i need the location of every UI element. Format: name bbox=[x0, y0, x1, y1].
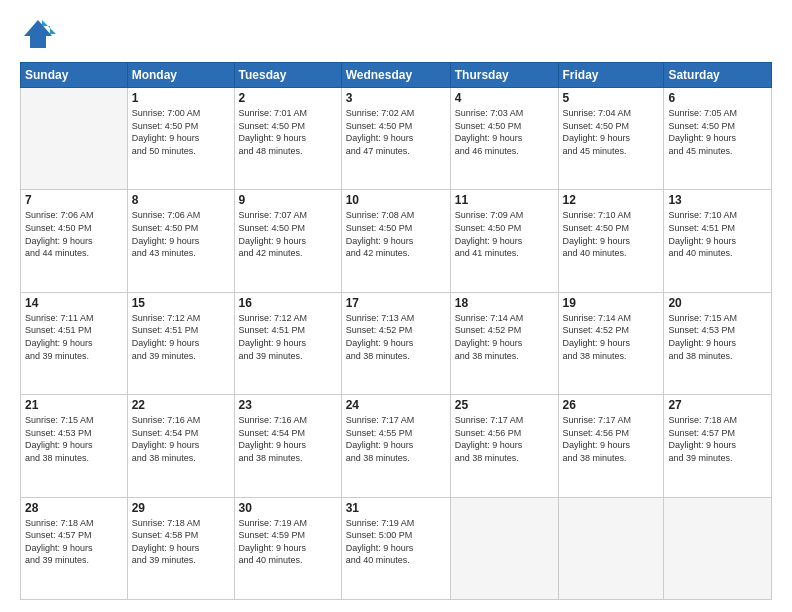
calendar-cell: 5Sunrise: 7:04 AM Sunset: 4:50 PM Daylig… bbox=[558, 88, 664, 190]
calendar-cell: 22Sunrise: 7:16 AM Sunset: 4:54 PM Dayli… bbox=[127, 395, 234, 497]
day-number: 27 bbox=[668, 398, 767, 412]
calendar-cell bbox=[664, 497, 772, 599]
calendar-cell: 10Sunrise: 7:08 AM Sunset: 4:50 PM Dayli… bbox=[341, 190, 450, 292]
day-info: Sunrise: 7:04 AM Sunset: 4:50 PM Dayligh… bbox=[563, 107, 660, 157]
day-number: 10 bbox=[346, 193, 446, 207]
day-number: 16 bbox=[239, 296, 337, 310]
calendar-cell: 27Sunrise: 7:18 AM Sunset: 4:57 PM Dayli… bbox=[664, 395, 772, 497]
day-number: 18 bbox=[455, 296, 554, 310]
weekday-header-row: SundayMondayTuesdayWednesdayThursdayFrid… bbox=[21, 63, 772, 88]
day-info: Sunrise: 7:18 AM Sunset: 4:57 PM Dayligh… bbox=[668, 414, 767, 464]
day-info: Sunrise: 7:02 AM Sunset: 4:50 PM Dayligh… bbox=[346, 107, 446, 157]
day-info: Sunrise: 7:18 AM Sunset: 4:58 PM Dayligh… bbox=[132, 517, 230, 567]
day-info: Sunrise: 7:03 AM Sunset: 4:50 PM Dayligh… bbox=[455, 107, 554, 157]
calendar-cell: 14Sunrise: 7:11 AM Sunset: 4:51 PM Dayli… bbox=[21, 292, 128, 394]
calendar-cell: 28Sunrise: 7:18 AM Sunset: 4:57 PM Dayli… bbox=[21, 497, 128, 599]
day-info: Sunrise: 7:14 AM Sunset: 4:52 PM Dayligh… bbox=[455, 312, 554, 362]
logo-icon bbox=[20, 16, 56, 52]
calendar-cell: 13Sunrise: 7:10 AM Sunset: 4:51 PM Dayli… bbox=[664, 190, 772, 292]
day-number: 15 bbox=[132, 296, 230, 310]
week-row-0: 1Sunrise: 7:00 AM Sunset: 4:50 PM Daylig… bbox=[21, 88, 772, 190]
day-info: Sunrise: 7:16 AM Sunset: 4:54 PM Dayligh… bbox=[132, 414, 230, 464]
calendar-cell: 6Sunrise: 7:05 AM Sunset: 4:50 PM Daylig… bbox=[664, 88, 772, 190]
header bbox=[20, 16, 772, 52]
calendar-cell: 2Sunrise: 7:01 AM Sunset: 4:50 PM Daylig… bbox=[234, 88, 341, 190]
weekday-header-sunday: Sunday bbox=[21, 63, 128, 88]
calendar-cell: 18Sunrise: 7:14 AM Sunset: 4:52 PM Dayli… bbox=[450, 292, 558, 394]
day-number: 30 bbox=[239, 501, 337, 515]
day-info: Sunrise: 7:00 AM Sunset: 4:50 PM Dayligh… bbox=[132, 107, 230, 157]
day-number: 28 bbox=[25, 501, 123, 515]
day-number: 26 bbox=[563, 398, 660, 412]
day-number: 5 bbox=[563, 91, 660, 105]
day-info: Sunrise: 7:10 AM Sunset: 4:50 PM Dayligh… bbox=[563, 209, 660, 259]
day-info: Sunrise: 7:19 AM Sunset: 4:59 PM Dayligh… bbox=[239, 517, 337, 567]
calendar-cell: 17Sunrise: 7:13 AM Sunset: 4:52 PM Dayli… bbox=[341, 292, 450, 394]
calendar-cell: 11Sunrise: 7:09 AM Sunset: 4:50 PM Dayli… bbox=[450, 190, 558, 292]
calendar-cell: 16Sunrise: 7:12 AM Sunset: 4:51 PM Dayli… bbox=[234, 292, 341, 394]
calendar-cell: 23Sunrise: 7:16 AM Sunset: 4:54 PM Dayli… bbox=[234, 395, 341, 497]
calendar-cell: 12Sunrise: 7:10 AM Sunset: 4:50 PM Dayli… bbox=[558, 190, 664, 292]
day-info: Sunrise: 7:18 AM Sunset: 4:57 PM Dayligh… bbox=[25, 517, 123, 567]
day-number: 21 bbox=[25, 398, 123, 412]
day-number: 4 bbox=[455, 91, 554, 105]
calendar-cell: 7Sunrise: 7:06 AM Sunset: 4:50 PM Daylig… bbox=[21, 190, 128, 292]
day-info: Sunrise: 7:15 AM Sunset: 4:53 PM Dayligh… bbox=[25, 414, 123, 464]
day-number: 29 bbox=[132, 501, 230, 515]
calendar-cell: 26Sunrise: 7:17 AM Sunset: 4:56 PM Dayli… bbox=[558, 395, 664, 497]
day-info: Sunrise: 7:19 AM Sunset: 5:00 PM Dayligh… bbox=[346, 517, 446, 567]
day-info: Sunrise: 7:12 AM Sunset: 4:51 PM Dayligh… bbox=[239, 312, 337, 362]
day-number: 13 bbox=[668, 193, 767, 207]
weekday-header-wednesday: Wednesday bbox=[341, 63, 450, 88]
page: SundayMondayTuesdayWednesdayThursdayFrid… bbox=[0, 0, 792, 612]
day-number: 20 bbox=[668, 296, 767, 310]
calendar-table: SundayMondayTuesdayWednesdayThursdayFrid… bbox=[20, 62, 772, 600]
day-number: 17 bbox=[346, 296, 446, 310]
day-number: 9 bbox=[239, 193, 337, 207]
day-info: Sunrise: 7:09 AM Sunset: 4:50 PM Dayligh… bbox=[455, 209, 554, 259]
day-info: Sunrise: 7:01 AM Sunset: 4:50 PM Dayligh… bbox=[239, 107, 337, 157]
calendar-cell bbox=[450, 497, 558, 599]
svg-marker-0 bbox=[24, 20, 52, 48]
calendar-cell: 24Sunrise: 7:17 AM Sunset: 4:55 PM Dayli… bbox=[341, 395, 450, 497]
day-number: 6 bbox=[668, 91, 767, 105]
calendar-cell: 21Sunrise: 7:15 AM Sunset: 4:53 PM Dayli… bbox=[21, 395, 128, 497]
weekday-header-tuesday: Tuesday bbox=[234, 63, 341, 88]
day-info: Sunrise: 7:17 AM Sunset: 4:56 PM Dayligh… bbox=[563, 414, 660, 464]
day-info: Sunrise: 7:06 AM Sunset: 4:50 PM Dayligh… bbox=[132, 209, 230, 259]
day-number: 19 bbox=[563, 296, 660, 310]
day-info: Sunrise: 7:10 AM Sunset: 4:51 PM Dayligh… bbox=[668, 209, 767, 259]
day-number: 31 bbox=[346, 501, 446, 515]
calendar-cell: 15Sunrise: 7:12 AM Sunset: 4:51 PM Dayli… bbox=[127, 292, 234, 394]
day-info: Sunrise: 7:11 AM Sunset: 4:51 PM Dayligh… bbox=[25, 312, 123, 362]
day-number: 14 bbox=[25, 296, 123, 310]
day-info: Sunrise: 7:05 AM Sunset: 4:50 PM Dayligh… bbox=[668, 107, 767, 157]
week-row-4: 28Sunrise: 7:18 AM Sunset: 4:57 PM Dayli… bbox=[21, 497, 772, 599]
day-info: Sunrise: 7:14 AM Sunset: 4:52 PM Dayligh… bbox=[563, 312, 660, 362]
calendar-cell: 1Sunrise: 7:00 AM Sunset: 4:50 PM Daylig… bbox=[127, 88, 234, 190]
week-row-2: 14Sunrise: 7:11 AM Sunset: 4:51 PM Dayli… bbox=[21, 292, 772, 394]
day-number: 3 bbox=[346, 91, 446, 105]
calendar-cell: 25Sunrise: 7:17 AM Sunset: 4:56 PM Dayli… bbox=[450, 395, 558, 497]
calendar-cell: 3Sunrise: 7:02 AM Sunset: 4:50 PM Daylig… bbox=[341, 88, 450, 190]
day-number: 11 bbox=[455, 193, 554, 207]
calendar-cell: 19Sunrise: 7:14 AM Sunset: 4:52 PM Dayli… bbox=[558, 292, 664, 394]
calendar-cell: 4Sunrise: 7:03 AM Sunset: 4:50 PM Daylig… bbox=[450, 88, 558, 190]
weekday-header-monday: Monday bbox=[127, 63, 234, 88]
calendar-cell: 29Sunrise: 7:18 AM Sunset: 4:58 PM Dayli… bbox=[127, 497, 234, 599]
weekday-header-friday: Friday bbox=[558, 63, 664, 88]
calendar-cell: 8Sunrise: 7:06 AM Sunset: 4:50 PM Daylig… bbox=[127, 190, 234, 292]
day-number: 22 bbox=[132, 398, 230, 412]
day-number: 12 bbox=[563, 193, 660, 207]
day-info: Sunrise: 7:15 AM Sunset: 4:53 PM Dayligh… bbox=[668, 312, 767, 362]
calendar-cell: 30Sunrise: 7:19 AM Sunset: 4:59 PM Dayli… bbox=[234, 497, 341, 599]
calendar-cell bbox=[21, 88, 128, 190]
week-row-3: 21Sunrise: 7:15 AM Sunset: 4:53 PM Dayli… bbox=[21, 395, 772, 497]
day-info: Sunrise: 7:12 AM Sunset: 4:51 PM Dayligh… bbox=[132, 312, 230, 362]
logo bbox=[20, 16, 60, 52]
day-info: Sunrise: 7:13 AM Sunset: 4:52 PM Dayligh… bbox=[346, 312, 446, 362]
day-info: Sunrise: 7:17 AM Sunset: 4:55 PM Dayligh… bbox=[346, 414, 446, 464]
calendar-cell: 20Sunrise: 7:15 AM Sunset: 4:53 PM Dayli… bbox=[664, 292, 772, 394]
day-number: 2 bbox=[239, 91, 337, 105]
weekday-header-saturday: Saturday bbox=[664, 63, 772, 88]
